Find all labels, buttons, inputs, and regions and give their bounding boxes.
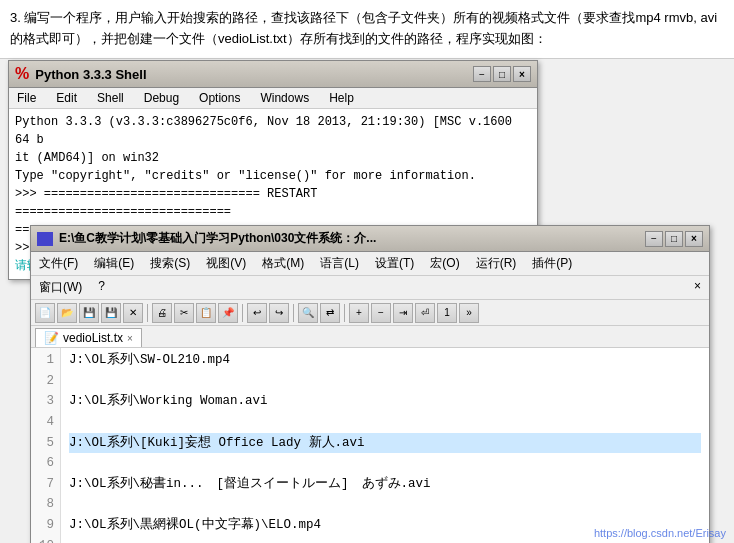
editor-menu-file[interactable]: 文件(F) bbox=[35, 254, 82, 273]
watermark-text: https://blog.csdn.net/Erisay bbox=[594, 527, 726, 539]
shell-menu-windows[interactable]: Windows bbox=[256, 90, 313, 106]
line-num-5: 5 bbox=[37, 433, 54, 454]
shell-menu-options[interactable]: Options bbox=[195, 90, 244, 106]
toolbar-replace[interactable]: ⇄ bbox=[320, 303, 340, 323]
editor-close-button[interactable]: × bbox=[685, 231, 703, 247]
line-numbers: 1 2 3 4 5 6 7 8 9 10 bbox=[31, 348, 61, 543]
shell-menu-help[interactable]: Help bbox=[325, 90, 358, 106]
shell-minimize-button[interactable]: − bbox=[473, 66, 491, 82]
toolbar-copy[interactable]: 📋 bbox=[196, 303, 216, 323]
editor-tab-vedio[interactable]: 📝 vedioList.tx × bbox=[35, 328, 142, 347]
toolbar-zoom-out[interactable]: − bbox=[371, 303, 391, 323]
line-num-8: 8 bbox=[37, 494, 54, 515]
toolbar-save[interactable]: 💾 bbox=[79, 303, 99, 323]
line-num-6: 6 bbox=[37, 453, 54, 474]
line-num-9: 9 bbox=[37, 515, 54, 536]
editor-titlebar: E:\鱼C教学计划\零基础入门学习Python\030文件系统：介... − □… bbox=[31, 226, 709, 252]
toolbar-wrap[interactable]: ⏎ bbox=[415, 303, 435, 323]
editor-menu-help[interactable]: ? bbox=[94, 278, 109, 297]
toolbar-new[interactable]: 📄 bbox=[35, 303, 55, 323]
toolbar-more[interactable]: » bbox=[459, 303, 479, 323]
line-num-10: 10 bbox=[37, 536, 54, 543]
toolbar-sep-1 bbox=[147, 304, 148, 322]
shell-window-controls: − □ × bbox=[473, 66, 531, 82]
editor-window-controls: − □ × bbox=[645, 231, 703, 247]
editor-menu-language[interactable]: 语言(L) bbox=[316, 254, 363, 273]
toolbar-cut[interactable]: ✂ bbox=[174, 303, 194, 323]
shell-menu-debug[interactable]: Debug bbox=[140, 90, 183, 106]
shell-title-text: Python 3.3.3 Shell bbox=[35, 67, 146, 82]
line-num-1: 1 bbox=[37, 350, 54, 371]
shell-menubar: File Edit Shell Debug Options Windows He… bbox=[9, 88, 537, 109]
editor-menu-settings[interactable]: 设置(T) bbox=[371, 254, 418, 273]
toolbar-find[interactable]: 🔍 bbox=[298, 303, 318, 323]
editor-menu-plugins[interactable]: 插件(P) bbox=[528, 254, 576, 273]
shell-close-button[interactable]: × bbox=[513, 66, 531, 82]
line-num-4: 4 bbox=[37, 412, 54, 433]
python-icon: % bbox=[15, 65, 29, 83]
shell-menu-edit[interactable]: Edit bbox=[52, 90, 81, 106]
editor-menu-view[interactable]: 视图(V) bbox=[202, 254, 250, 273]
code-line-3: J:\OL系列\Working Woman.avi bbox=[69, 391, 701, 412]
code-line-4 bbox=[69, 412, 701, 433]
line-num-7: 7 bbox=[37, 474, 54, 495]
editor-title-text: E:\鱼C教学计划\零基础入门学习Python\030文件系统：介... bbox=[59, 230, 376, 247]
editor-window: E:\鱼C教学计划\零基础入门学习Python\030文件系统：介... − □… bbox=[30, 225, 710, 543]
toolbar-sep-2 bbox=[242, 304, 243, 322]
toolbar-paste[interactable]: 📌 bbox=[218, 303, 238, 323]
shell-titlebar: % Python 3.3.3 Shell − □ × bbox=[9, 61, 537, 88]
toolbar-save-all[interactable]: 💾 bbox=[101, 303, 121, 323]
code-line-1: J:\OL系列\SW-OL210.mp4 bbox=[69, 350, 701, 371]
editor-menu-run[interactable]: 运行(R) bbox=[472, 254, 521, 273]
instruction-text: 3. 编写一个程序，用户输入开始搜索的路径，查找该路径下（包含子文件夹）所有的视… bbox=[10, 10, 717, 46]
toolbar-indent[interactable]: ⇥ bbox=[393, 303, 413, 323]
editor-menu-macro[interactable]: 宏(O) bbox=[426, 254, 463, 273]
line-num-3: 3 bbox=[37, 391, 54, 412]
shell-line-1: Python 3.3.3 (v3.3.3:c3896275c0f6, Nov 1… bbox=[15, 113, 531, 149]
instruction-area: 3. 编写一个程序，用户输入开始搜索的路径，查找该路径下（包含子文件夹）所有的视… bbox=[0, 0, 734, 59]
editor-menu-search[interactable]: 搜索(S) bbox=[146, 254, 194, 273]
editor-menubar: 文件(F) 编辑(E) 搜索(S) 视图(V) 格式(M) 语言(L) 设置(T… bbox=[31, 252, 709, 276]
code-line-7: J:\OL系列\秘書in... [督迫スイートルーム] あずみ.avi bbox=[69, 474, 701, 495]
tab-label: vedioList.tx bbox=[63, 331, 123, 345]
editor-menu-window[interactable]: 窗口(W) bbox=[35, 278, 86, 297]
editor-menu-edit[interactable]: 编辑(E) bbox=[90, 254, 138, 273]
toolbar-redo[interactable]: ↪ bbox=[269, 303, 289, 323]
editor-tab-bar: 📝 vedioList.tx × bbox=[31, 326, 709, 348]
editor-title-left: E:\鱼C教学计划\零基础入门学习Python\030文件系统：介... bbox=[37, 230, 376, 247]
editor-file-icon bbox=[37, 232, 53, 246]
shell-title-left: % Python 3.3.3 Shell bbox=[15, 65, 147, 83]
editor-minimize-button[interactable]: − bbox=[645, 231, 663, 247]
shell-line-3: Type "copyright", "credits" or "license(… bbox=[15, 167, 531, 185]
tab-close-button[interactable]: × bbox=[127, 333, 133, 344]
toolbar-sep-3 bbox=[293, 304, 294, 322]
code-line-5: J:\OL系列\[Kuki]妄想 Office Lady 新人.avi bbox=[69, 433, 701, 454]
code-editor-area[interactable]: 1 2 3 4 5 6 7 8 9 10 J:\OL系列\SW-OL210.mp… bbox=[31, 348, 709, 543]
tab-file-icon: 📝 bbox=[44, 331, 59, 345]
editor-menu-format[interactable]: 格式(M) bbox=[258, 254, 308, 273]
shell-menu-file[interactable]: File bbox=[13, 90, 40, 106]
code-content[interactable]: J:\OL系列\SW-OL210.mp4 J:\OL系列\Working Wom… bbox=[61, 348, 709, 543]
editor-submenubar: 窗口(W) ? × bbox=[31, 276, 709, 300]
editor-maximize-button[interactable]: □ bbox=[665, 231, 683, 247]
line-num-2: 2 bbox=[37, 371, 54, 392]
watermark: https://blog.csdn.net/Erisay bbox=[594, 527, 726, 539]
toolbar-open[interactable]: 📂 bbox=[57, 303, 77, 323]
toolbar-undo[interactable]: ↩ bbox=[247, 303, 267, 323]
code-line-2 bbox=[69, 371, 701, 392]
code-line-6 bbox=[69, 453, 701, 474]
code-line-8 bbox=[69, 494, 701, 515]
shell-line-2: it (AMD64)] on win32 bbox=[15, 149, 531, 167]
shell-menu-shell[interactable]: Shell bbox=[93, 90, 128, 106]
toolbar-sep-4 bbox=[344, 304, 345, 322]
toolbar-zoom-in[interactable]: + bbox=[349, 303, 369, 323]
editor-toolbar: 📄 📂 💾 💾 ✕ 🖨 ✂ 📋 📌 ↩ ↪ 🔍 ⇄ + − ⇥ ⏎ 1 » bbox=[31, 300, 709, 326]
shell-maximize-button[interactable]: □ bbox=[493, 66, 511, 82]
toolbar-close[interactable]: ✕ bbox=[123, 303, 143, 323]
shell-line-4: >>> ============================== RESTA… bbox=[15, 185, 531, 221]
toolbar-num[interactable]: 1 bbox=[437, 303, 457, 323]
editor-close-x[interactable]: × bbox=[690, 278, 705, 297]
toolbar-print[interactable]: 🖨 bbox=[152, 303, 172, 323]
